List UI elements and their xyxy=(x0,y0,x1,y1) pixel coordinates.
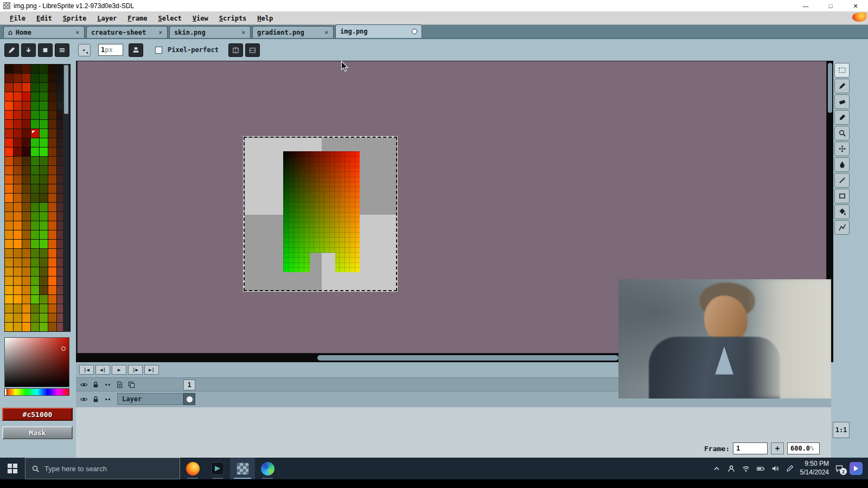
palette-swatch[interactable] xyxy=(14,120,22,129)
palette-swatch[interactable] xyxy=(5,221,13,230)
palette-swatch[interactable] xyxy=(40,258,48,267)
palette-swatch[interactable] xyxy=(14,184,22,193)
palette-swatch[interactable] xyxy=(48,120,56,129)
palette-swatch[interactable] xyxy=(48,267,56,276)
selection-marching-ants[interactable] xyxy=(244,137,397,291)
palette-swatch[interactable] xyxy=(40,194,48,202)
palette-swatch[interactable] xyxy=(14,101,22,110)
palette-swatch[interactable] xyxy=(14,313,22,322)
palette-swatch[interactable] xyxy=(14,221,22,230)
tool-eyedropper-button[interactable] xyxy=(834,110,850,125)
palette-swatch[interactable] xyxy=(5,304,13,313)
palette-swatch[interactable] xyxy=(22,101,30,110)
palette-swatch[interactable] xyxy=(5,111,13,119)
palette-swatch[interactable] xyxy=(14,83,22,92)
tab-creature-sheet[interactable]: creature-sheet✕ xyxy=(86,26,168,38)
palette-swatch[interactable] xyxy=(22,295,30,304)
palette-swatch[interactable] xyxy=(40,249,48,258)
palette-swatch[interactable] xyxy=(40,304,48,313)
palette-swatch[interactable] xyxy=(31,212,39,221)
tray-media-app-icon[interactable] xyxy=(850,462,863,475)
pixel-ratio-button[interactable]: 1:1 xyxy=(833,422,850,438)
palette-swatch[interactable] xyxy=(31,92,39,101)
palette-swatch[interactable] xyxy=(5,138,13,147)
menu-edit[interactable]: Edit xyxy=(31,13,58,24)
first-frame-button[interactable]: |◀ xyxy=(79,365,94,375)
palette-swatch[interactable] xyxy=(22,221,30,230)
palette-swatch[interactable] xyxy=(5,74,13,82)
palette-swatch[interactable] xyxy=(5,175,13,184)
menu-file[interactable]: File xyxy=(4,13,31,24)
toggle-all-visible-button[interactable] xyxy=(78,379,89,390)
palette-swatch[interactable] xyxy=(5,147,13,156)
palette-swatch[interactable] xyxy=(48,203,56,211)
menu-sprite[interactable]: Sprite xyxy=(58,13,92,24)
palette-swatch[interactable] xyxy=(40,129,48,138)
frame-input[interactable]: 1 xyxy=(733,442,768,454)
palette-swatch[interactable] xyxy=(14,111,22,119)
menu-frame[interactable]: Frame xyxy=(122,13,152,24)
last-frame-button[interactable]: ▶| xyxy=(144,365,159,375)
tray-pen-icon[interactable] xyxy=(786,464,794,473)
palette-swatch[interactable] xyxy=(22,267,30,276)
palette-swatch[interactable] xyxy=(40,166,48,175)
taskbar-app-dark[interactable] xyxy=(205,458,230,479)
palette-swatch[interactable] xyxy=(5,157,13,165)
close-tab-icon[interactable]: ✕ xyxy=(75,29,80,36)
palette-swatch[interactable] xyxy=(5,194,13,202)
palette-swatch[interactable] xyxy=(14,194,22,202)
palette-swatch[interactable] xyxy=(31,120,39,129)
menu-layer[interactable]: Layer xyxy=(92,13,122,24)
canvas-hscrollbar-thumb[interactable] xyxy=(317,355,618,361)
palette-swatch[interactable] xyxy=(5,203,13,211)
palette-swatch[interactable] xyxy=(40,230,48,239)
palette-swatch[interactable] xyxy=(22,258,30,267)
palette-swatch[interactable] xyxy=(14,258,22,267)
palette-swatch[interactable] xyxy=(31,240,39,248)
palette-swatch[interactable] xyxy=(5,286,13,294)
palette-swatch[interactable] xyxy=(40,111,48,119)
symmetry-vertical-button[interactable] xyxy=(228,43,243,57)
palette-swatch[interactable] xyxy=(22,240,30,248)
palette-swatch[interactable] xyxy=(5,277,13,285)
palette-swatch[interactable] xyxy=(14,295,22,304)
palette-swatch[interactable] xyxy=(48,184,56,193)
palette-swatch[interactable] xyxy=(5,83,13,92)
palette-swatch[interactable] xyxy=(14,212,22,221)
palette-swatch[interactable] xyxy=(31,249,39,258)
palette-swatch[interactable] xyxy=(5,295,13,304)
palette-swatch[interactable] xyxy=(31,313,39,322)
tab-img-png[interactable]: img.png xyxy=(335,24,422,38)
palette-swatch[interactable] xyxy=(40,175,48,184)
palette-swatch[interactable] xyxy=(40,120,48,129)
palette-swatch[interactable] xyxy=(14,267,22,276)
palette-swatch[interactable] xyxy=(31,147,39,156)
palette-swatch[interactable] xyxy=(14,323,22,331)
brush-list-button[interactable] xyxy=(55,43,69,57)
palette-swatch[interactable] xyxy=(31,267,39,276)
palette-swatch[interactable] xyxy=(22,83,30,92)
palette-swatch[interactable] xyxy=(40,101,48,110)
palette-swatch[interactable] xyxy=(14,92,22,101)
palette-swatch[interactable] xyxy=(40,203,48,211)
palette-swatch[interactable] xyxy=(48,166,56,175)
palette-swatch[interactable] xyxy=(5,212,13,221)
onion-skin-button[interactable] xyxy=(114,379,125,390)
palette-swatch[interactable] xyxy=(40,277,48,285)
palette-swatch[interactable] xyxy=(48,286,56,294)
palette-swatch[interactable] xyxy=(48,295,56,304)
palette-swatch[interactable] xyxy=(14,65,22,73)
palette-swatch[interactable] xyxy=(5,101,13,110)
palette-swatch[interactable] xyxy=(48,129,56,138)
close-tab-icon[interactable]: ✕ xyxy=(241,29,246,36)
minimize-button[interactable]: — xyxy=(793,0,818,12)
taskbar-libresprite[interactable] xyxy=(230,458,255,479)
tool-pencil-button[interactable] xyxy=(834,79,850,93)
palette-swatch[interactable] xyxy=(22,65,30,73)
palette-swatch[interactable] xyxy=(22,323,30,331)
zoom-input[interactable]: 600.0 % xyxy=(787,442,820,454)
palette-swatch[interactable] xyxy=(31,194,39,202)
palette-swatch[interactable] xyxy=(48,92,56,101)
tray-battery-icon[interactable] xyxy=(756,464,765,473)
brush-pencil-button[interactable] xyxy=(4,43,19,57)
